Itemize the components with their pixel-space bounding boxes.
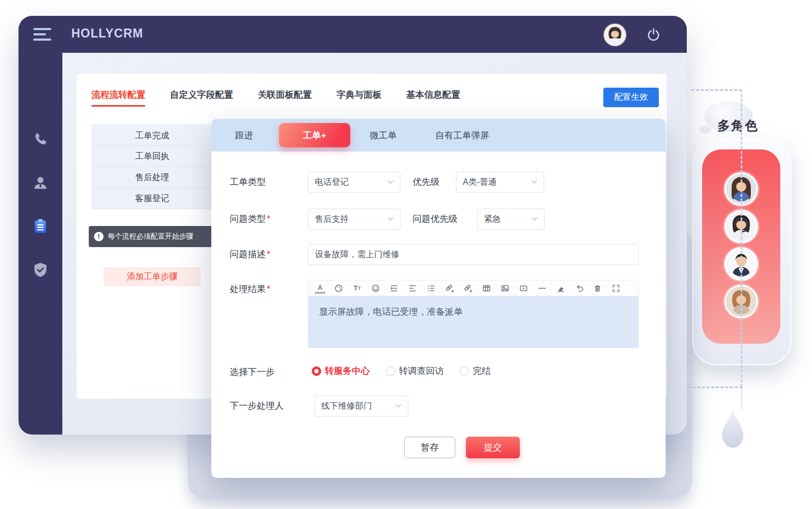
video-icon[interactable] bbox=[518, 283, 529, 294]
issue-priority-select[interactable]: 紧急 bbox=[477, 209, 545, 230]
tab-custom-fields-config[interactable]: 自定义字段配置 bbox=[170, 89, 233, 101]
next-handler-select[interactable]: 线下维修部门 bbox=[314, 395, 408, 417]
next-step-label: 选择下一步 bbox=[230, 366, 275, 378]
cloud-shape-small bbox=[699, 126, 711, 134]
insert-link-icon[interactable] bbox=[444, 283, 455, 294]
priority-label: 优先级 bbox=[413, 176, 440, 188]
issue-type-label: 问题类型* bbox=[230, 213, 270, 225]
drop-connector-line bbox=[741, 388, 742, 410]
table-icon[interactable] bbox=[481, 283, 492, 294]
tab-process-flow-config[interactable]: 流程流转配置 bbox=[91, 89, 145, 101]
tab-own-ticket-popup[interactable]: 自有工单弹屏 bbox=[435, 129, 489, 142]
tab-dictionary-panel[interactable]: 字典与面板 bbox=[337, 89, 381, 101]
apply-config-button[interactable]: 配置生效 bbox=[603, 88, 659, 107]
user-avatar[interactable] bbox=[604, 24, 626, 46]
next-step-radio-group: 转服务中心 转调查回访 完结 bbox=[312, 365, 507, 377]
issue-desc-input[interactable]: 设备故障，需上门维修 bbox=[308, 244, 639, 265]
image-icon[interactable] bbox=[500, 283, 510, 294]
eraser-icon[interactable] bbox=[555, 283, 566, 294]
issue-priority-label: 问题优先级 bbox=[413, 213, 458, 225]
ticket-type-label: 工单类型 bbox=[230, 176, 266, 188]
tab-ticket-plus[interactable]: 工单+ bbox=[279, 123, 350, 147]
sidebar-item-security[interactable] bbox=[32, 261, 49, 279]
radio-transfer-service-center[interactable]: 转服务中心 bbox=[312, 365, 370, 377]
sidebar-item-phone[interactable] bbox=[32, 131, 49, 148]
menu-icon[interactable] bbox=[33, 28, 52, 42]
issue-desc-label: 问题描述* bbox=[230, 248, 270, 260]
workflow-step-item[interactable]: 工单回执 bbox=[91, 146, 213, 167]
remove-link-icon[interactable] bbox=[463, 283, 473, 294]
undo-icon[interactable] bbox=[574, 283, 584, 294]
font-size-icon[interactable]: TT bbox=[352, 283, 362, 294]
workflow-step-list: 工单完成 工单回执 售后处理 客服登记 bbox=[91, 125, 213, 209]
result-label: 处理结果* bbox=[230, 283, 270, 295]
config-tabs: 流程流转配置 自定义字段配置 关联面板配置 字典与面板 基本信息配置 bbox=[91, 89, 460, 101]
radio-transfer-survey-callback[interactable]: 转调查回访 bbox=[386, 365, 444, 377]
tab-micro-ticket[interactable]: 微工单 bbox=[370, 129, 397, 142]
sidebar-item-work-orders[interactable] bbox=[32, 218, 49, 235]
next-handler-label: 下一步处理人 bbox=[230, 400, 284, 412]
dashed-line-top bbox=[691, 89, 742, 91]
save-draft-button[interactable]: 暂存 bbox=[404, 437, 455, 458]
tab-follow-up[interactable]: 跟进 bbox=[235, 129, 253, 142]
text-style-icon[interactable]: A bbox=[315, 283, 325, 294]
chevron-down-icon bbox=[387, 180, 394, 184]
delete-icon[interactable] bbox=[592, 283, 603, 294]
sidebar-item-contacts[interactable] bbox=[32, 174, 49, 192]
emoji-icon[interactable] bbox=[370, 283, 381, 294]
list-icon[interactable] bbox=[426, 283, 436, 294]
multi-role-label: 多角色 bbox=[717, 117, 759, 134]
radio-dot bbox=[460, 366, 469, 376]
horizontal-rule-icon[interactable] bbox=[537, 283, 547, 294]
radio-dot bbox=[312, 366, 321, 376]
color-palette-icon[interactable] bbox=[333, 283, 344, 294]
notice-text: 每个流程必须配置开始步骤 bbox=[108, 232, 193, 241]
brand-logo: HOLLYCRM bbox=[71, 26, 143, 41]
workflow-step-item[interactable]: 工单完成 bbox=[91, 125, 213, 146]
priority-select[interactable]: A类-普通 bbox=[456, 172, 544, 193]
side-nav bbox=[18, 53, 62, 435]
align-left-icon[interactable] bbox=[407, 283, 418, 294]
chevron-down-icon bbox=[387, 217, 394, 221]
ticket-modal-tabs: 跟进 工单+ 微工单 自有工单弹屏 bbox=[211, 119, 666, 152]
fullscreen-icon[interactable] bbox=[611, 283, 621, 294]
workflow-step-item[interactable]: 客服登记 bbox=[91, 188, 213, 209]
chevron-down-icon bbox=[531, 217, 538, 221]
dashed-line-bottom bbox=[688, 387, 742, 388]
submit-button[interactable]: 提交 bbox=[466, 437, 520, 458]
chevron-down-icon bbox=[395, 404, 402, 408]
result-editor: A TT 显示屏故障，电话已受理，准备派单 bbox=[308, 280, 639, 348]
dashed-line-vertical bbox=[741, 89, 742, 387]
exclamation-icon: ! bbox=[94, 232, 104, 241]
tab-basic-info-config[interactable]: 基本信息配置 bbox=[406, 89, 460, 101]
issue-type-select[interactable]: 售后支持 bbox=[308, 209, 400, 230]
radio-dot bbox=[386, 366, 395, 376]
workflow-notice-tooltip: ! 每个流程必须配置开始步骤 bbox=[89, 226, 214, 247]
ticket-type-select[interactable]: 电话登记 bbox=[308, 172, 400, 193]
add-step-button[interactable]: 添加工单步骤 bbox=[104, 267, 201, 286]
app-header: HOLLYCRM bbox=[18, 16, 687, 53]
radio-complete[interactable]: 完结 bbox=[460, 365, 491, 377]
teardrop-shape bbox=[721, 408, 744, 449]
chevron-down-icon bbox=[531, 180, 537, 184]
result-editor-content[interactable]: 显示屏故障，电话已受理，准备派单 bbox=[309, 296, 638, 347]
indent-icon[interactable] bbox=[389, 283, 399, 294]
logout-power-icon[interactable] bbox=[646, 27, 661, 42]
tab-linked-panel-config[interactable]: 关联面板配置 bbox=[258, 89, 312, 101]
editor-toolbar: A TT bbox=[309, 280, 638, 296]
workflow-step-item[interactable]: 售后处理 bbox=[91, 167, 213, 188]
ticket-form-modal: 跟进 工单+ 微工单 自有工单弹屏 工单类型 电话登记 优先级 A类-普通 问题… bbox=[211, 119, 666, 478]
